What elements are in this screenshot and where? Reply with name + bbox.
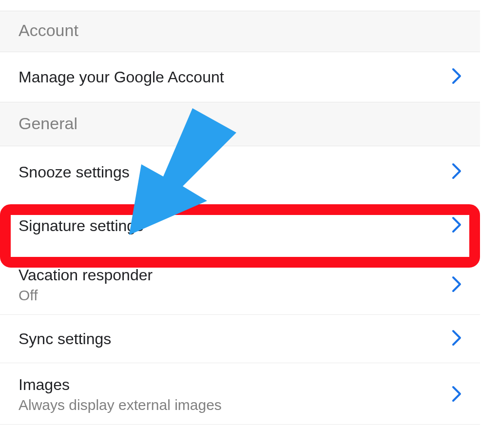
chevron-right-icon: [452, 386, 461, 404]
settings-item-images[interactable]: Images Always display external images: [0, 363, 480, 425]
settings-item-sync[interactable]: Sync settings: [0, 315, 480, 363]
settings-item-signature[interactable]: Signature settings: [0, 198, 480, 253]
chevron-right-icon: [452, 216, 461, 235]
item-label: Vacation responder: [19, 266, 153, 284]
item-content: Manage your Google Account: [19, 68, 224, 86]
settings-item-vacation-responder[interactable]: Vacation responder Off: [0, 253, 480, 315]
item-subtitle: Off: [19, 287, 153, 304]
item-content: Vacation responder Off: [19, 266, 153, 304]
item-content: Sync settings: [19, 330, 111, 348]
section-header-general: General: [0, 102, 480, 146]
settings-item-manage-google-account[interactable]: Manage your Google Account: [0, 52, 480, 102]
item-label: Manage your Google Account: [19, 68, 224, 86]
chevron-right-icon: [452, 163, 461, 181]
item-subtitle: Always display external images: [19, 397, 222, 413]
item-label: Sync settings: [19, 330, 111, 348]
item-content: Snooze settings: [19, 163, 130, 181]
section-header-label: Account: [19, 21, 78, 39]
item-content: Signature settings: [19, 217, 143, 235]
chevron-right-icon: [452, 330, 461, 348]
chevron-right-icon: [452, 276, 461, 294]
section-header-account: Account: [0, 11, 480, 52]
settings-item-snooze[interactable]: Snooze settings: [0, 146, 480, 198]
item-label: Snooze settings: [19, 163, 130, 181]
chevron-right-icon: [452, 68, 461, 86]
item-label: Signature settings: [19, 217, 143, 235]
item-label: Images: [19, 376, 222, 394]
item-content: Images Always display external images: [19, 376, 222, 413]
section-header-label: General: [19, 114, 77, 133]
